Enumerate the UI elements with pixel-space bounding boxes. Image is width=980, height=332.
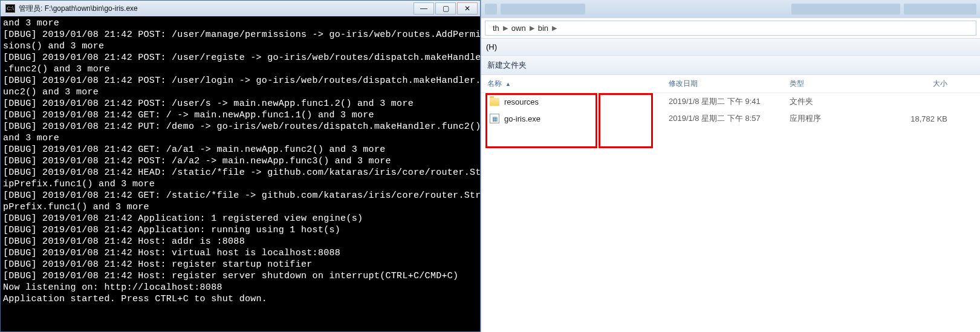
file-name: go-iris.exe	[504, 114, 540, 123]
breadcrumb-segment[interactable]: own	[508, 24, 530, 33]
cmd-output[interactable]: and 3 more [DBUG] 2019/01/08 21:42 POST:…	[1, 16, 480, 331]
chevron-right-icon: ▶	[552, 24, 557, 32]
file-explorer: th▶own▶bin▶ (H) 新建文件夹 名称▲ 修改日期 类型 大小 res…	[481, 0, 980, 332]
col-date[interactable]: 修改日期	[669, 79, 790, 89]
breadcrumb-segment[interactable]: th	[489, 24, 503, 33]
cmd-icon: C:\	[5, 4, 15, 13]
chevron-right-icon: ▶	[503, 24, 508, 32]
file-list[interactable]: resources2019/1/8 星期二 下午 9:41文件夹go-iris.…	[481, 93, 980, 332]
file-date: 2019/1/8 星期二 下午 9:41	[669, 96, 790, 107]
close-button[interactable]: ✕	[457, 2, 478, 15]
blur-item	[904, 4, 976, 15]
breadcrumb-segment[interactable]: bin	[534, 24, 552, 33]
new-folder-button[interactable]: 新建文件夹	[487, 60, 527, 71]
maximize-button[interactable]: ▢	[435, 2, 456, 15]
folder-icon	[490, 98, 499, 106]
file-name: resources	[504, 97, 539, 106]
chevron-right-icon: ▶	[530, 24, 534, 32]
col-type[interactable]: 类型	[790, 79, 856, 89]
file-date: 2019/1/8 星期二 下午 8:57	[669, 113, 790, 124]
cmd-titlebar[interactable]: C:\ 管理员: F:\gopath\own\bin\go-iris.exe —…	[1, 1, 480, 16]
col-size[interactable]: 大小	[856, 79, 980, 89]
cmd-window: C:\ 管理员: F:\gopath\own\bin\go-iris.exe —…	[0, 0, 481, 332]
menubar[interactable]: (H)	[481, 39, 980, 56]
file-row[interactable]: go-iris.exe2019/1/8 星期二 下午 8:57应用程序18,78…	[481, 110, 980, 127]
window-controls: — ▢ ✕	[414, 2, 478, 15]
exe-icon	[490, 114, 499, 123]
blur-item	[501, 4, 585, 15]
menu-help[interactable]: (H)	[486, 42, 497, 51]
file-type: 文件夹	[790, 96, 856, 107]
sort-arrow-icon: ▲	[505, 81, 511, 87]
root: C:\ 管理员: F:\gopath\own\bin\go-iris.exe —…	[0, 0, 980, 332]
minimize-button[interactable]: —	[414, 2, 434, 15]
explorer-topbar-blur	[481, 0, 980, 18]
file-row[interactable]: resources2019/1/8 星期二 下午 9:41文件夹	[481, 93, 980, 110]
col-name[interactable]: 名称▲	[487, 79, 669, 89]
blur-item	[485, 4, 497, 15]
cmd-title: 管理员: F:\gopath\own\bin\go-iris.exe	[19, 4, 414, 14]
file-type: 应用程序	[790, 113, 856, 124]
toolbar: 新建文件夹	[481, 56, 980, 75]
column-headers: 名称▲ 修改日期 类型 大小	[481, 75, 980, 93]
breadcrumb[interactable]: th▶own▶bin▶	[485, 21, 976, 36]
file-size: 18,782 KB	[856, 114, 980, 123]
breadcrumb-bar: th▶own▶bin▶	[481, 18, 980, 39]
blur-item	[791, 4, 900, 15]
